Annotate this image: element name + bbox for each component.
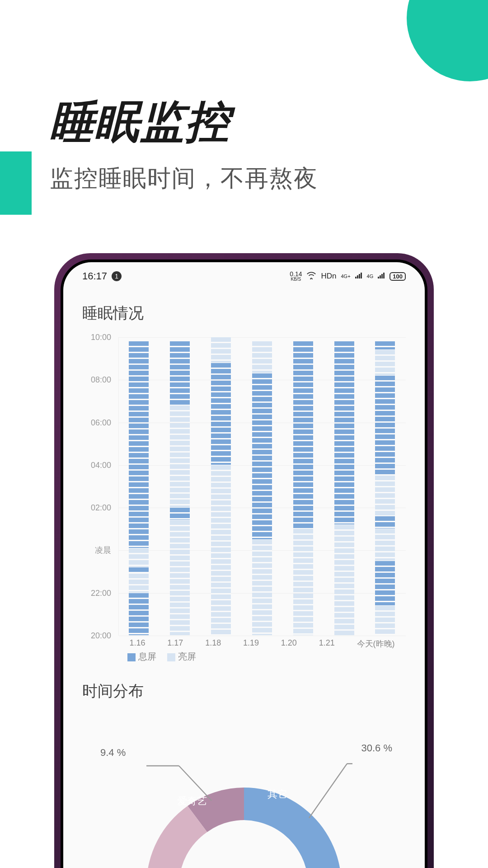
sleep-chart[interactable]: 10:0008:0006:0004:0002:00凌晨22:0020:00 1.… xyxy=(82,337,406,663)
donut-slice-label-1: 爱奇艺 xyxy=(177,794,207,808)
y-tick: 22:00 xyxy=(91,588,111,598)
notification-badge-icon: 1 xyxy=(112,271,122,281)
donut-label-left: 9.4 % xyxy=(100,747,126,759)
svg-rect-0 xyxy=(355,277,357,278)
svg-rect-7 xyxy=(383,273,385,278)
chart-legend: 息屏 亮屏 xyxy=(127,651,196,663)
network-speed: 0.14 KB/S xyxy=(290,271,302,282)
x-tick: 1.21 xyxy=(319,638,335,649)
x-tick: 今天(昨晚) xyxy=(357,638,395,649)
donut-slice-label-2: 其它 xyxy=(267,788,287,801)
x-tick: 1.16 xyxy=(129,638,145,649)
x-tick: 1.19 xyxy=(243,638,259,649)
svg-rect-2 xyxy=(359,274,360,278)
sleep-column[interactable] xyxy=(375,337,395,636)
sleep-column[interactable] xyxy=(334,337,354,636)
x-axis-labels: 1.161.171.181.191.201.21今天(昨晚) xyxy=(118,638,406,649)
y-tick: 04:00 xyxy=(91,460,111,470)
y-tick: 凌晨 xyxy=(95,545,111,556)
x-tick: 1.17 xyxy=(167,638,183,649)
wifi-icon xyxy=(306,271,316,282)
donut-svg xyxy=(136,733,352,868)
signal1-label: 4G+ xyxy=(341,274,351,279)
chart-columns xyxy=(118,337,406,636)
y-tick: 10:00 xyxy=(91,333,111,342)
sleep-column[interactable] xyxy=(211,337,231,636)
sleep-column[interactable] xyxy=(170,337,190,636)
hd-label: HDn xyxy=(321,272,336,281)
svg-rect-1 xyxy=(357,275,358,278)
sleep-section-title: 睡眠情况 xyxy=(63,285,425,333)
status-time: 16:17 xyxy=(82,270,107,282)
svg-rect-5 xyxy=(380,275,381,278)
battery-icon: 100 xyxy=(389,272,406,281)
svg-line-10 xyxy=(309,764,347,818)
sleep-column[interactable] xyxy=(252,337,272,636)
y-tick: 08:00 xyxy=(91,375,111,385)
signal-icon xyxy=(355,272,362,281)
x-tick: 1.20 xyxy=(281,638,297,649)
y-axis: 10:0008:0006:0004:0002:00凌晨22:0020:00 xyxy=(82,337,114,645)
svg-rect-6 xyxy=(381,274,383,278)
donut-chart[interactable]: 9.4 % 30.6 % 爱奇艺 其它 xyxy=(82,715,406,868)
sleep-column[interactable] xyxy=(129,337,149,636)
y-tick: 06:00 xyxy=(91,418,111,427)
y-tick: 20:00 xyxy=(91,631,111,641)
side-accent xyxy=(0,151,32,215)
signal2-label: 4G xyxy=(367,274,374,279)
hero-subtitle: 监控睡眠时间，不再熬夜 xyxy=(50,163,318,194)
donut-slice-other xyxy=(244,788,342,868)
legend-swatch-off-icon xyxy=(127,653,136,661)
svg-rect-4 xyxy=(378,277,379,278)
sleep-column[interactable] xyxy=(293,337,313,636)
phone-frame: 16:17 1 0.14 KB/S HDn 4G+ xyxy=(54,253,434,868)
time-section-title: 时间分布 xyxy=(63,663,425,711)
legend-swatch-on-icon xyxy=(167,653,175,661)
signal-icon-2 xyxy=(378,272,385,281)
phone-screen: 16:17 1 0.14 KB/S HDn 4G+ xyxy=(63,262,425,868)
svg-rect-3 xyxy=(361,273,362,278)
corner-accent xyxy=(407,0,488,81)
hero-title: 睡眠监控 xyxy=(50,93,230,152)
donut-label-right: 30.6 % xyxy=(361,742,393,754)
x-tick: 1.18 xyxy=(205,638,221,649)
status-bar: 16:17 1 0.14 KB/S HDn 4G+ xyxy=(63,262,425,285)
y-tick: 02:00 xyxy=(91,503,111,513)
